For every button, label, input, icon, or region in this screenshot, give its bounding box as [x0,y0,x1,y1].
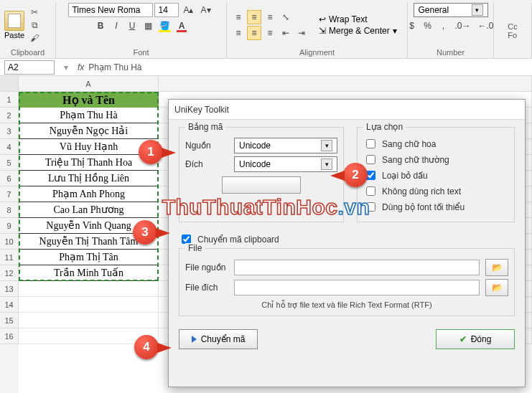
table-row[interactable]: Triệu Thị Thanh Hoa [19,155,159,171]
fx-icon[interactable]: fx [78,62,84,72]
chevron-down-icon: ▾ [472,4,483,16]
ck-khong-rich-text[interactable]: Không dùng rich text [363,184,508,198]
align-right-icon[interactable]: ≡ [263,26,277,40]
font-name-combo[interactable] [68,3,153,17]
table-header-cell[interactable]: Họ và Tên [19,92,159,108]
copy-icon[interactable]: ⧉ [29,19,40,31]
table-row[interactable]: Phạm Thu Hà [19,108,159,123]
percent-format-icon[interactable]: % [420,19,434,33]
row-header[interactable]: 14 [0,297,19,313]
wrap-text-button[interactable]: ↩Wrap Text [314,14,401,24]
increase-indent-icon[interactable]: ⇥ [294,26,309,40]
increase-decimal-icon[interactable]: .0→ [452,19,473,33]
callout-2: 2 [343,163,368,187]
format-painter-icon[interactable]: 🖌 [29,32,40,44]
dich-label: Đích [185,159,228,169]
group-font-label: Font [60,47,222,58]
swap-encoding-button[interactable] [222,176,301,194]
chevron-down-icon: ▾ [321,158,332,170]
row-header[interactable]: 3 [0,123,19,139]
underline-button[interactable]: U [125,19,139,33]
table-row[interactable]: Lưu Thị Hồng Liên [19,171,159,186]
conditional-formatting-button[interactable]: Cc Fo [494,3,532,58]
merge-icon: ⇲ [319,26,326,36]
nguon-label: Nguồn [185,141,228,151]
ck-sang-chu-hoa[interactable]: Sang chữ hoa [363,137,508,151]
select-all-corner[interactable] [0,76,19,92]
font-size-combo[interactable] [154,3,179,17]
increase-font-icon[interactable]: A▴ [180,3,196,17]
convert-button[interactable]: Chuyển mã [179,329,258,349]
font-color-icon[interactable]: A [174,19,189,33]
borders-icon[interactable]: ▦ [141,19,155,33]
ck-font-toi-thieu[interactable]: Dùng bộ font tối thiểu [363,200,508,214]
row-header[interactable]: 9 [0,218,19,234]
row-headers: 12345678910111213141516 [0,76,19,393]
file-nguon-label: File nguồn [185,262,228,273]
table-row[interactable]: Nguyễn Ngọc Hải [19,123,159,139]
row-header[interactable]: 13 [0,281,19,297]
merge-center-button[interactable]: ⇲Merge & Center▾ [314,26,401,36]
close-button[interactable]: ✔Đóng [436,329,515,349]
chevron-down-icon: ▾ [393,26,397,36]
file-nguon-input[interactable] [234,260,480,275]
group-bangma: Bảng mã Nguồn Unicode▾ Đích Unicode▾ [179,127,344,222]
ribbon: Paste ✂ ⧉ 🖌 Clipboard A▴ A▾ B I U ▦ 🪣 [0,0,532,59]
align-center-icon[interactable]: ≡ [247,26,261,40]
table-row[interactable]: Phạm Thị Tân [19,250,159,265]
name-box[interactable]: A2 [4,60,55,75]
chevron-down-icon: ▾ [321,140,332,151]
dich-combo[interactable]: Unicode▾ [234,156,337,172]
folder-open-icon: 📂 [492,283,503,293]
group-clipboard-label: Clipboard [4,47,51,58]
decrease-decimal-icon[interactable]: ←.0 [475,19,497,33]
table-row[interactable]: Trần Minh Tuấn [19,265,159,281]
ck-chuyen-ma-clipboard[interactable]: Chuyển mã clipboard [179,232,515,246]
callout-3: 3 [133,220,157,245]
ck-loai-bo-dau[interactable]: Loại bỏ dấu [363,169,508,182]
align-top-icon[interactable]: ≡ [231,10,246,24]
wrap-text-icon: ↩ [319,14,326,24]
group-alignment-label: Alignment [231,47,403,58]
fill-color-icon[interactable]: 🪣 [157,19,173,33]
decrease-font-icon[interactable]: A▾ [198,3,214,17]
decrease-indent-icon[interactable]: ⇤ [279,26,293,40]
row-header[interactable]: 7 [0,186,19,202]
col-header-a[interactable]: A [19,76,159,92]
row-header[interactable]: 16 [0,328,19,344]
row-header[interactable]: 10 [0,234,19,250]
italic-button[interactable]: I [109,19,123,33]
row-header[interactable]: 2 [0,108,19,123]
ck-sang-chu-thuong[interactable]: Sang chữ thường [363,153,508,166]
row-header[interactable]: 1 [0,92,19,108]
number-format-combo[interactable]: General▾ [414,3,488,17]
row-header[interactable]: 5 [0,155,19,171]
align-bottom-icon[interactable]: ≡ [263,10,277,24]
align-middle-icon[interactable]: ≡ [247,10,261,24]
cut-icon[interactable]: ✂ [29,6,40,18]
row-header[interactable]: 8 [0,202,19,218]
row-header[interactable]: 6 [0,171,19,186]
group-number-label: Number [412,47,489,58]
comma-format-icon[interactable]: , [436,19,450,33]
row-header[interactable]: 12 [0,265,19,281]
table-row[interactable]: Vũ Huy Hạnh [19,139,159,155]
file-dich-input[interactable] [234,280,480,295]
browse-nguon-button[interactable]: 📂 [485,259,508,276]
table-row[interactable]: Phạm Anh Phong [19,186,159,202]
bold-button[interactable]: B [93,19,108,33]
row-header[interactable]: 15 [0,313,19,328]
align-left-icon[interactable]: ≡ [231,26,246,40]
row-header[interactable]: 4 [0,139,19,155]
group-file: File File nguồn 📂 File đích 📂 Chỉ hỗ trợ… [179,248,515,316]
namebox-dropdown-icon[interactable]: ▾ [59,60,73,75]
formula-value[interactable]: Phạm Thu Hà [88,62,141,72]
paste-button[interactable]: Paste [4,11,24,39]
nguon-combo[interactable]: Unicode▾ [234,138,337,153]
row-header[interactable]: 11 [0,250,19,265]
orientation-icon[interactable]: ⤡ [279,10,293,24]
table-row[interactable]: Cao Lan Phương [19,202,159,218]
accounting-format-icon[interactable]: $ [404,19,419,33]
browse-dich-button[interactable]: 📂 [485,279,508,296]
file-dich-label: File đích [185,283,228,293]
